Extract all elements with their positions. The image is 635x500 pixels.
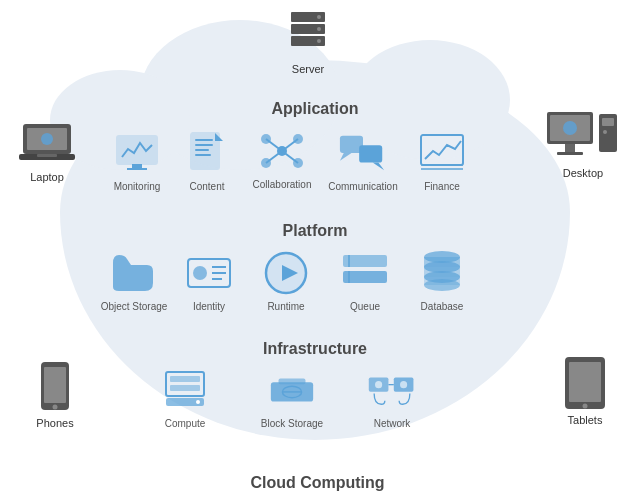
object-storage-icon-item: Object Storage <box>94 248 174 312</box>
content-label: Content <box>189 181 224 192</box>
database-icon-item: Database <box>407 248 477 312</box>
laptop-icon <box>17 120 77 168</box>
svg-point-66 <box>41 133 53 145</box>
object-storage-icon <box>109 251 159 295</box>
server-icon <box>283 8 333 60</box>
svg-rect-5 <box>195 144 213 146</box>
content-icon <box>187 131 227 175</box>
svg-point-56 <box>400 381 407 388</box>
desktop-icon <box>545 110 621 164</box>
svg-rect-73 <box>557 152 583 155</box>
network-label: Network <box>374 418 411 429</box>
finance-icon-item: Finance <box>407 128 477 192</box>
monitoring-icon-item: Monitoring <box>102 128 172 192</box>
desktop-device: Desktop <box>543 110 623 179</box>
svg-point-26 <box>193 266 207 280</box>
application-label: Application <box>185 100 445 118</box>
svg-rect-68 <box>37 154 57 157</box>
platform-label: Platform <box>185 222 445 240</box>
monitoring-label: Monitoring <box>114 181 161 192</box>
svg-rect-6 <box>195 149 209 151</box>
network-icon-item: Network <box>357 365 427 429</box>
block-storage-icon <box>267 368 317 412</box>
monitoring-icon <box>114 133 160 173</box>
runtime-label: Runtime <box>267 301 304 312</box>
laptop-device: Laptop <box>12 120 82 183</box>
svg-point-62 <box>317 27 321 31</box>
svg-rect-4 <box>195 139 213 141</box>
svg-point-82 <box>583 404 588 409</box>
diagram-container: Application Monitoring Content <box>0 0 635 500</box>
svg-point-43 <box>424 279 460 291</box>
identity-icon-item: Identity <box>174 248 244 312</box>
svg-rect-0 <box>117 136 157 164</box>
identity-icon <box>186 251 232 295</box>
phones-device: Phones <box>20 360 90 429</box>
svg-point-76 <box>603 130 607 134</box>
block-storage-label: Block Storage <box>261 418 323 429</box>
runtime-icon-item: Runtime <box>251 248 321 312</box>
svg-rect-81 <box>569 362 601 402</box>
compute-label: Compute <box>165 418 206 429</box>
svg-rect-44 <box>166 372 204 396</box>
communication-icon <box>338 131 388 175</box>
svg-rect-72 <box>565 144 575 152</box>
svg-rect-7 <box>195 154 211 156</box>
svg-point-79 <box>53 405 58 410</box>
svg-marker-21 <box>373 163 385 171</box>
laptop-label: Laptop <box>30 171 64 183</box>
svg-rect-45 <box>170 376 200 382</box>
svg-rect-50 <box>279 378 306 384</box>
svg-rect-75 <box>602 118 614 126</box>
compute-icon-item: Compute <box>150 365 220 429</box>
desktop-label: Desktop <box>563 167 603 179</box>
svg-point-48 <box>196 400 200 404</box>
svg-line-16 <box>266 151 282 163</box>
collaboration-icon <box>258 129 306 173</box>
content-icon-item: Content <box>172 128 242 192</box>
svg-line-15 <box>282 139 298 151</box>
queue-label: Queue <box>350 301 380 312</box>
block-storage-icon-item: Block Storage <box>253 365 331 429</box>
communication-label: Communication <box>328 181 397 192</box>
svg-line-14 <box>266 139 282 151</box>
queue-icon <box>341 251 389 295</box>
communication-icon-item: Communication <box>323 128 403 192</box>
finance-label: Finance <box>424 181 460 192</box>
collaboration-icon-item: Collaboration <box>247 126 317 190</box>
identity-label: Identity <box>193 301 225 312</box>
svg-rect-78 <box>44 367 66 403</box>
server-device: Server <box>273 8 343 75</box>
database-icon <box>420 249 464 297</box>
phones-label: Phones <box>36 417 73 429</box>
svg-point-54 <box>375 381 382 388</box>
object-storage-label: Object Storage <box>101 301 168 312</box>
compute-icon <box>162 368 208 412</box>
svg-rect-20 <box>359 145 382 162</box>
database-label: Database <box>421 301 464 312</box>
svg-rect-2 <box>127 168 147 170</box>
tablets-device: Tablets <box>549 355 621 426</box>
queue-icon-item: Queue <box>330 248 400 312</box>
svg-marker-19 <box>340 153 352 161</box>
infrastructure-label: Infrastructure <box>160 340 470 358</box>
svg-rect-46 <box>170 385 200 391</box>
svg-point-71 <box>563 121 577 135</box>
page-title: Cloud Computing <box>0 474 635 492</box>
tablet-icon <box>562 355 608 411</box>
runtime-icon <box>262 249 310 297</box>
svg-point-61 <box>317 15 321 19</box>
finance-icon <box>419 133 465 173</box>
server-label: Server <box>292 63 324 75</box>
network-icon <box>367 368 417 412</box>
tablets-label: Tablets <box>568 414 603 426</box>
svg-point-63 <box>317 39 321 43</box>
svg-line-17 <box>282 151 298 163</box>
phone-icon <box>37 360 73 414</box>
svg-rect-1 <box>132 164 142 168</box>
collaboration-label: Collaboration <box>253 179 312 190</box>
